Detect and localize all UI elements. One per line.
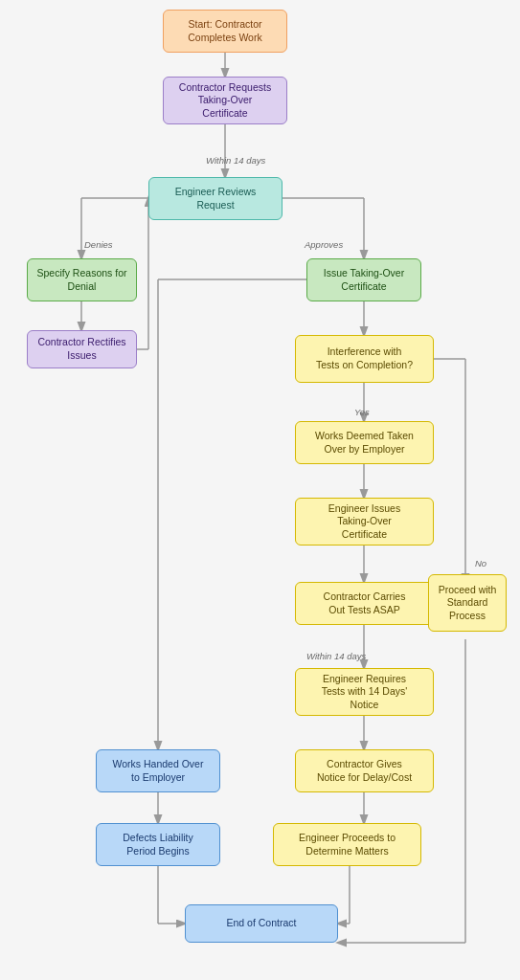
contractor-requests-node: Contractor Requests Taking-Over Certific… [163, 77, 287, 124]
yes-label: Yes [354, 407, 370, 417]
engineer-proceeds-node: Engineer Proceeds to Determine Matters [273, 823, 421, 866]
end-of-contract-label: End of Contract [227, 917, 297, 930]
engineer-requires-node: Engineer Requires Tests with 14 Days' No… [295, 668, 434, 716]
within14-label-2: Within 14 days [306, 651, 366, 661]
flowchart: Start: Contractor Completes Work Contrac… [0, 0, 520, 967]
issue-certificate-node: Issue Taking-Over Certificate [306, 258, 421, 301]
defects-liability-node: Defects Liability Period Begins [96, 823, 220, 866]
engineer-proceeds-label: Engineer Proceeds to Determine Matters [299, 832, 396, 858]
contractor-carries-label: Contractor Carries Out Tests ASAP [324, 590, 406, 616]
works-deemed-label: Works Deemed Taken Over by Employer [315, 430, 414, 456]
proceed-standard-node: Proceed with Standard Process [428, 574, 507, 632]
contractor-rectifies-node: Contractor Rectifies Issues [27, 330, 137, 368]
approves-label: Approves [305, 239, 343, 250]
within14-label-1: Within 14 days [206, 155, 265, 166]
interference-label: Interference with Tests on Completion? [316, 345, 413, 371]
contractor-gives-node: Contractor Gives Notice for Delay/Cost [295, 749, 434, 792]
interference-node: Interference with Tests on Completion? [295, 335, 434, 383]
engineer-reviews-node: Engineer Reviews Request [148, 177, 283, 220]
no-label: No [475, 558, 486, 568]
end-of-contract-node: End of Contract [185, 904, 338, 943]
issue-certificate-label: Issue Taking-Over Certificate [324, 267, 404, 293]
engineer-issues-label: Engineer Issues Taking-Over Certificate [328, 502, 400, 542]
defects-liability-label: Defects Liability Period Begins [123, 832, 193, 858]
engineer-issues-node: Engineer Issues Taking-Over Certificate [295, 498, 434, 546]
works-handed-label: Works Handed Over to Employer [113, 758, 204, 784]
contractor-requests-label: Contractor Requests Taking-Over Certific… [179, 81, 271, 121]
contractor-carries-node: Contractor Carries Out Tests ASAP [295, 582, 434, 625]
works-handed-node: Works Handed Over to Employer [96, 749, 220, 792]
contractor-rectifies-label: Contractor Rectifies Issues [37, 336, 125, 362]
start-node: Start: Contractor Completes Work [163, 10, 287, 53]
connections-svg [0, 0, 520, 967]
proceed-standard-label: Proceed with Standard Process [437, 584, 498, 623]
start-label: Start: Contractor Completes Work [188, 18, 261, 44]
specify-reasons-node: Specify Reasons for Denial [27, 258, 137, 301]
engineer-reviews-label: Engineer Reviews Request [175, 186, 257, 212]
works-deemed-node: Works Deemed Taken Over by Employer [295, 421, 434, 464]
engineer-requires-label: Engineer Requires Tests with 14 Days' No… [322, 673, 408, 712]
contractor-gives-label: Contractor Gives Notice for Delay/Cost [317, 758, 412, 784]
specify-reasons-label: Specify Reasons for Denial [37, 267, 127, 293]
denies-label: Denies [84, 239, 113, 250]
